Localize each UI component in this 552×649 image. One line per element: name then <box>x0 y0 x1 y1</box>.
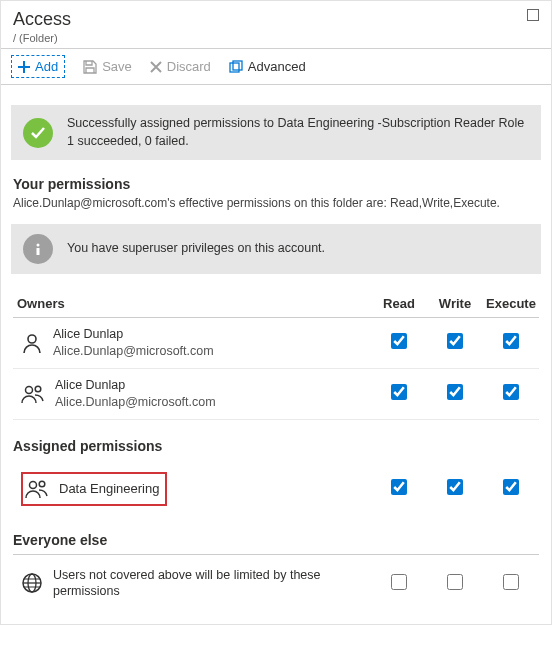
everyone-row: Users not covered above will be limited … <box>13 559 539 609</box>
svg-point-8 <box>39 481 45 487</box>
save-label: Save <box>102 59 132 74</box>
toolbar: Add Save Discard Advanced <box>1 48 551 85</box>
add-label: Add <box>35 59 58 74</box>
svg-point-7 <box>30 481 37 488</box>
everyone-execute[interactable] <box>503 574 519 590</box>
advanced-label: Advanced <box>248 59 306 74</box>
panel-header: Access / (Folder) <box>1 1 551 48</box>
svg-point-2 <box>37 244 40 247</box>
owner1-read[interactable] <box>391 384 407 400</box>
owner-name: Alice Dunlap <box>55 377 216 394</box>
svg-point-4 <box>28 335 36 343</box>
everyone-write[interactable] <box>447 574 463 590</box>
everyone-section: Everyone else Users not covered above wi… <box>1 522 551 625</box>
svg-point-5 <box>26 386 33 393</box>
globe-icon <box>21 572 43 594</box>
discard-icon <box>150 61 162 73</box>
svg-rect-0 <box>230 63 239 72</box>
your-permissions-heading: Your permissions <box>13 176 539 192</box>
superuser-text: You have superuser privileges on this ac… <box>67 240 325 258</box>
breadcrumb: / (Folder) <box>13 32 539 44</box>
assigned-name: Data Engineering <box>59 481 159 496</box>
highlighted-entry: Data Engineering <box>21 472 167 506</box>
panel-title: Access <box>13 9 539 30</box>
save-button[interactable]: Save <box>83 59 132 74</box>
assigned0-execute[interactable] <box>503 479 519 495</box>
group-icon <box>21 383 45 405</box>
svg-rect-1 <box>233 61 242 70</box>
owner0-execute[interactable] <box>503 333 519 349</box>
assigned-heading: Assigned permissions <box>13 438 539 454</box>
owner-row: Alice Dunlap Alice.Dunlap@microsoft.com <box>13 369 539 420</box>
svg-rect-3 <box>37 248 40 255</box>
owners-heading: Owners <box>13 296 371 311</box>
success-line2: 1 succeeded, 0 failed. <box>67 133 524 151</box>
owner1-write[interactable] <box>447 384 463 400</box>
user-icon <box>21 332 43 354</box>
owners-section: Owners Read Write Execute Alice Dunlap A… <box>1 274 551 428</box>
assigned0-read[interactable] <box>391 479 407 495</box>
everyone-heading: Everyone else <box>13 532 539 555</box>
success-icon <box>23 118 53 148</box>
advanced-icon <box>229 60 243 74</box>
owner-email: Alice.Dunlap@microsoft.com <box>53 343 214 360</box>
success-banner: Successfully assigned permissions to Dat… <box>11 105 541 160</box>
superuser-banner: You have superuser privileges on this ac… <box>11 224 541 274</box>
assigned0-write[interactable] <box>447 479 463 495</box>
owner0-read[interactable] <box>391 333 407 349</box>
everyone-text: Users not covered above will be limited … <box>53 567 333 601</box>
svg-point-6 <box>35 386 41 392</box>
everyone-read[interactable] <box>391 574 407 590</box>
owner1-execute[interactable] <box>503 384 519 400</box>
col-execute: Execute <box>483 296 539 311</box>
maximize-icon[interactable] <box>527 9 539 21</box>
advanced-button[interactable]: Advanced <box>229 59 306 74</box>
owner-name: Alice Dunlap <box>53 326 214 343</box>
group-icon <box>25 478 49 500</box>
owner-email: Alice.Dunlap@microsoft.com <box>55 394 216 411</box>
your-permissions-text: Alice.Dunlap@microsoft.com's effective p… <box>13 196 539 210</box>
discard-button[interactable]: Discard <box>150 59 211 74</box>
owner0-write[interactable] <box>447 333 463 349</box>
your-permissions-section: Your permissions Alice.Dunlap@microsoft.… <box>1 160 551 218</box>
col-write: Write <box>427 296 483 311</box>
assigned-row: Data Engineering <box>13 464 539 514</box>
add-button[interactable]: Add <box>11 55 65 78</box>
col-read: Read <box>371 296 427 311</box>
plus-icon <box>18 61 30 73</box>
access-panel: Access / (Folder) Add Save Discard <box>0 0 552 625</box>
assigned-section: Assigned permissions Data Engineering <box>1 428 551 522</box>
success-line1: Successfully assigned permissions to Dat… <box>67 115 524 133</box>
save-icon <box>83 60 97 74</box>
owner-row: Alice Dunlap Alice.Dunlap@microsoft.com <box>13 318 539 369</box>
discard-label: Discard <box>167 59 211 74</box>
info-icon <box>23 234 53 264</box>
